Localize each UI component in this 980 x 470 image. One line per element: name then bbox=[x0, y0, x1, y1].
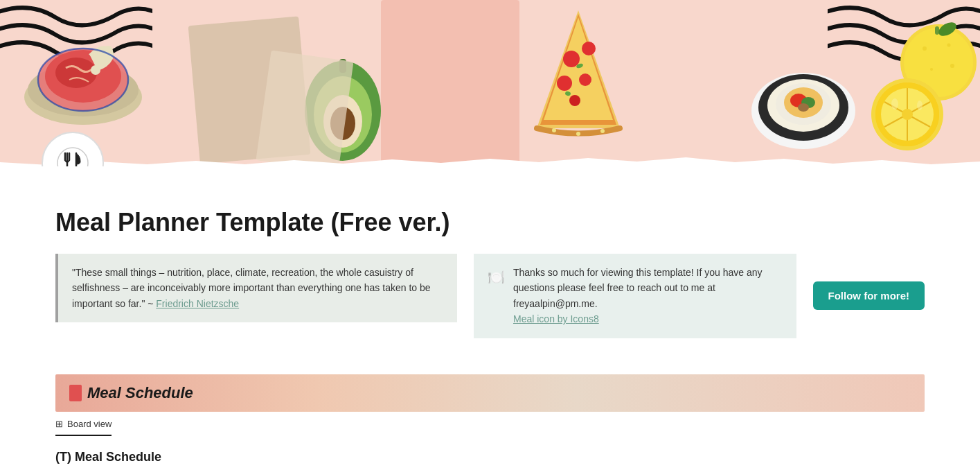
board-view-tab[interactable]: ⊞ Board view bbox=[55, 412, 112, 436]
red-tag-decoration bbox=[69, 385, 82, 401]
svg-point-51 bbox=[917, 101, 923, 110]
lemon-icon bbox=[845, 14, 977, 166]
meal-schedule-title: Meal Schedule bbox=[69, 384, 911, 402]
svg-point-19 bbox=[579, 73, 591, 86]
svg-point-50 bbox=[891, 98, 898, 110]
svg-rect-40 bbox=[935, 26, 939, 35]
svg-point-33 bbox=[798, 103, 809, 112]
steak-icon bbox=[14, 7, 152, 132]
app-logo bbox=[42, 132, 104, 166]
board-view-icon: ⊞ bbox=[55, 419, 63, 429]
svg-point-20 bbox=[569, 95, 580, 106]
quote-card: "These small things – nutrition, place, … bbox=[55, 254, 457, 322]
bg-shape-2 bbox=[256, 50, 353, 166]
page-title: Meal Planner Template (Free ver.) bbox=[55, 208, 925, 237]
svg-point-17 bbox=[582, 42, 596, 55]
info-card-text: Thanks so much for viewing this template… bbox=[513, 265, 783, 327]
svg-point-23 bbox=[552, 128, 556, 132]
svg-point-49 bbox=[902, 109, 913, 120]
utensils-icon bbox=[56, 146, 89, 166]
svg-point-18 bbox=[557, 76, 572, 91]
quote-author-link[interactable]: Friedrich Nietzsche bbox=[156, 298, 239, 309]
svg-point-37 bbox=[947, 44, 951, 47]
svg-point-4 bbox=[55, 58, 97, 88]
svg-point-24 bbox=[576, 132, 580, 136]
info-text: Thanks so much for viewing this template… bbox=[513, 267, 763, 309]
svg-point-38 bbox=[930, 68, 933, 71]
pizza-icon bbox=[523, 3, 634, 142]
meal-schedule-header: Meal Schedule bbox=[55, 374, 925, 412]
svg-point-36 bbox=[923, 46, 927, 51]
header-banner bbox=[0, 0, 980, 166]
svg-point-39 bbox=[950, 64, 954, 68]
quote-text: "These small things – nutrition, place, … bbox=[72, 267, 431, 309]
info-row: "These small things – nutrition, place, … bbox=[55, 254, 925, 338]
info-fork-icon: 🍽️ bbox=[488, 266, 505, 288]
bg-shape-3 bbox=[381, 0, 519, 166]
meal-schedule-subtitle: (T) Meal Schedule bbox=[55, 450, 925, 464]
info-card: 🍽️ Thanks so much for viewing this templ… bbox=[474, 254, 796, 338]
svg-point-6 bbox=[91, 65, 100, 75]
follow-button[interactable]: Follow for more! bbox=[813, 281, 925, 310]
meal-schedule-title-text: Meal Schedule bbox=[87, 384, 193, 402]
svg-point-25 bbox=[600, 129, 605, 133]
board-view-label: Board view bbox=[67, 419, 112, 429]
icons8-link[interactable]: Meal icon by Icons8 bbox=[513, 313, 599, 324]
schedule-section: Meal Schedule ⊞ Board view (T) Meal Sche… bbox=[0, 374, 980, 470]
svg-point-16 bbox=[563, 51, 580, 67]
main-content: Meal Planner Template (Free ver.) "These… bbox=[0, 166, 980, 374]
svg-point-52 bbox=[57, 148, 88, 166]
